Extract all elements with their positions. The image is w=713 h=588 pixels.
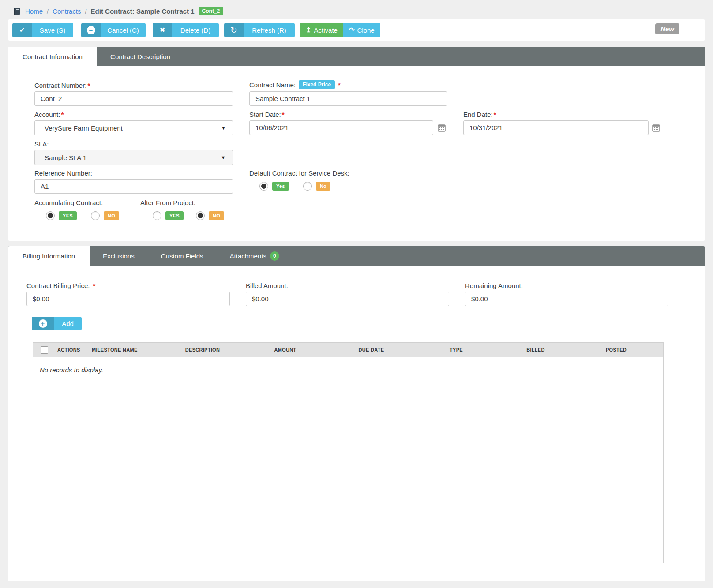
breadcrumb-home-link[interactable]: Home <box>25 7 43 15</box>
add-milestone-button[interactable]: + Add <box>32 317 82 330</box>
breadcrumb-contracts-link[interactable]: Contracts <box>53 7 81 15</box>
billed-amount-label: Billed Amount: <box>246 282 288 289</box>
fixed-price-badge: Fixed Price <box>299 80 335 89</box>
save-button[interactable]: ✔ Save (S) <box>12 23 73 37</box>
default-contract-no-label[interactable]: No <box>316 182 330 191</box>
account-label: Account:* <box>34 111 64 118</box>
contract-number-input[interactable] <box>34 91 233 106</box>
alter-from-project-no-radio[interactable] <box>196 211 205 220</box>
column-header-actions: ACTIONS <box>56 347 90 352</box>
status-badge: New <box>655 23 679 34</box>
plus-circle-icon: + <box>32 317 54 330</box>
alter-from-project-no-label[interactable]: NO <box>209 211 224 220</box>
tab-custom-fields[interactable]: Custom Fields <box>148 246 217 266</box>
tab-exclusions[interactable]: Exclusions <box>90 246 148 266</box>
arrow-up-icon: ↥ <box>306 26 311 34</box>
remaining-amount-input[interactable] <box>465 292 668 306</box>
clone-button[interactable]: ↷ Clone <box>343 23 380 37</box>
end-date-input[interactable] <box>463 120 649 135</box>
contract-number-badge: Cont_2 <box>199 7 224 15</box>
billed-amount-input[interactable] <box>246 292 449 306</box>
sla-label: SLA: <box>34 140 49 148</box>
tab-contract-information[interactable]: Contract Information <box>8 47 97 66</box>
contract-information-panel: Contract Information Contract Descriptio… <box>8 47 705 241</box>
refresh-icon: ↻ <box>224 23 244 37</box>
calendar-icon[interactable] <box>651 123 661 133</box>
tab-contract-description[interactable]: Contract Description <box>97 47 184 66</box>
page-title: Edit Contract: Sample Contract 1 <box>91 7 195 15</box>
column-header-description: DESCRIPTION <box>161 347 244 352</box>
column-header-type: TYPE <box>417 347 496 352</box>
accumulating-contract-label: Accumulating Contract: <box>34 199 103 206</box>
accumulating-yes-label[interactable]: YES <box>59 211 77 220</box>
reference-number-input[interactable] <box>34 179 233 194</box>
refresh-button[interactable]: ↻ Refresh (R) <box>224 23 295 37</box>
delete-button[interactable]: ✖ Delete (D) <box>153 23 219 37</box>
contract-name-label: Contract Name: Fixed Price * <box>249 80 341 89</box>
contract-number-label: Contract Number:* <box>34 82 90 89</box>
default-contract-yes-label[interactable]: Yes <box>272 182 289 191</box>
default-contract-label: Default Contract for Service Desk: <box>249 169 349 177</box>
alter-from-project-label: Alter From Project: <box>140 199 195 206</box>
default-contract-radio-group: Yes No <box>259 182 330 191</box>
account-select[interactable]: VerySure Farm Equipment ▼ <box>34 120 233 135</box>
column-header-milestone-name: MILESTONE NAME <box>90 347 161 352</box>
toolbar: ✔ Save (S) − Cancel (C) ✖ Delete (D) ↻ R… <box>8 19 705 41</box>
alter-from-project-yes-label[interactable]: YES <box>165 211 184 220</box>
journal-icon <box>13 7 21 15</box>
default-contract-no-radio[interactable] <box>303 182 312 191</box>
milestones-table: ACTIONS MILESTONE NAME DESCRIPTION AMOUN… <box>33 342 664 563</box>
sla-select[interactable]: Sample SLA 1 ▼ <box>34 150 233 165</box>
x-icon: ✖ <box>153 23 172 37</box>
check-icon: ✔ <box>12 23 32 37</box>
column-header-due-date: DUE DATE <box>326 347 417 352</box>
column-header-amount: AMOUNT <box>244 347 326 352</box>
activate-button[interactable]: ↥ Activate <box>300 23 343 37</box>
contract-billing-price-input[interactable] <box>26 292 230 306</box>
alter-from-project-radio-group: YES NO <box>153 211 224 220</box>
attachments-count-badge: 0 <box>270 251 279 261</box>
contract-billing-price-label: Contract Billing Price:* <box>26 282 95 289</box>
contract-tabbar: Contract Information Contract Descriptio… <box>8 47 705 66</box>
billing-panel: Billing Information Exclusions Custom Fi… <box>8 246 705 581</box>
remaining-amount-label: Remaining Amount: <box>465 282 523 289</box>
breadcrumb: Home / Contracts / Edit Contract: Sample… <box>13 7 223 15</box>
minus-circle-icon: − <box>81 23 101 37</box>
empty-table-message: No records to display. <box>33 357 663 374</box>
select-all-checkbox[interactable] <box>41 346 48 354</box>
milestones-table-header: ACTIONS MILESTONE NAME DESCRIPTION AMOUN… <box>33 343 663 357</box>
accumulating-yes-radio[interactable] <box>46 211 55 220</box>
tab-attachments[interactable]: Attachments 0 <box>217 246 293 266</box>
start-date-input[interactable] <box>249 120 433 135</box>
curved-arrow-icon: ↷ <box>349 26 355 34</box>
dropdown-arrow-icon: ▼ <box>214 121 233 135</box>
dropdown-arrow-icon: ▼ <box>214 150 233 165</box>
alter-from-project-yes-radio[interactable] <box>153 211 161 220</box>
accumulating-contract-radio-group: YES NO <box>46 211 119 220</box>
tab-billing-information[interactable]: Billing Information <box>8 246 90 266</box>
accumulating-no-label[interactable]: NO <box>104 211 119 220</box>
start-date-label: Start Date:* <box>249 111 285 118</box>
reference-number-label: Reference Number: <box>34 169 92 177</box>
end-date-label: End Date:* <box>463 111 496 118</box>
column-header-posted: POSTED <box>575 347 657 352</box>
breadcrumb-separator: / <box>85 7 86 15</box>
breadcrumb-separator: / <box>47 7 49 15</box>
contract-name-input[interactable] <box>249 91 447 106</box>
cancel-button[interactable]: − Cancel (C) <box>81 23 146 37</box>
billing-tabbar: Billing Information Exclusions Custom Fi… <box>8 246 705 266</box>
default-contract-yes-radio[interactable] <box>259 182 268 191</box>
calendar-icon[interactable] <box>437 123 447 133</box>
accumulating-no-radio[interactable] <box>91 211 100 220</box>
column-header-billed: BILLED <box>496 347 575 352</box>
